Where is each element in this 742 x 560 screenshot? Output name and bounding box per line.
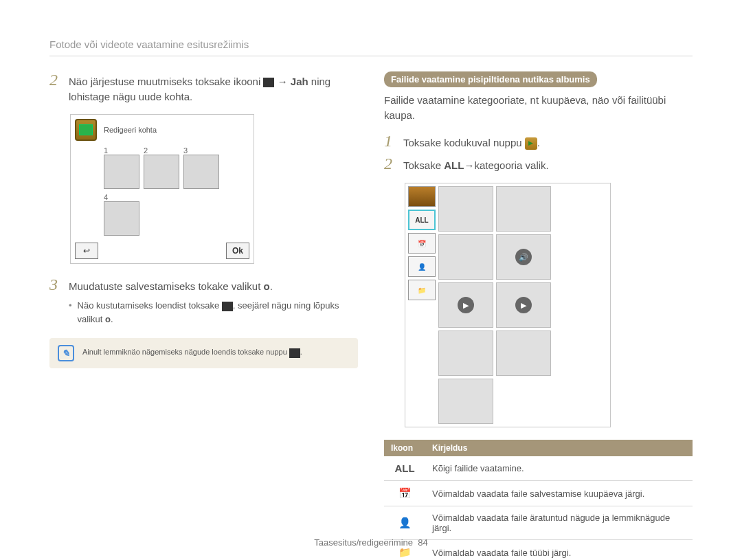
gallery-icon: [75, 119, 97, 141]
step2-pre: Näo järjestuse muutmiseks toksake ikooni: [69, 76, 263, 87]
step-text: Muudatuste salvestamiseks tokake valikut…: [69, 276, 273, 294]
face-thumb: [104, 155, 139, 189]
sound-icon: 🔊: [515, 249, 532, 265]
step2-bold: Jah: [291, 76, 308, 87]
sub-bullet: • Näo kustutamiseks loendist toksake , s…: [49, 299, 358, 326]
back-button[interactable]: ↩: [75, 243, 98, 259]
star123-icon: [263, 78, 274, 87]
thumb: [496, 331, 551, 376]
album-tab-folder[interactable]: 📁: [408, 280, 436, 300]
step-2: 2 Toksake ALL→kategooria valik.: [384, 155, 693, 173]
note-text: Ainult lemmiknäo nägemiseks nägude loend…: [82, 348, 302, 357]
step-2: 2 Näo järjestuse muutmiseks toksake ikoo…: [49, 71, 358, 104]
bullet-pre: Näo kustutamiseks loendist toksake: [78, 300, 222, 311]
arrow-icon: →: [274, 76, 290, 87]
step-text: Näo järjestuse muutmiseks toksake ikooni…: [69, 71, 358, 104]
row-icon: 📅: [384, 481, 425, 506]
row-icon: 👤: [384, 506, 425, 540]
table-head-icon: Ikoon: [384, 440, 425, 456]
thumb: [438, 331, 493, 376]
footer-section: Taasesitus/redigeerimine: [314, 537, 413, 548]
step-number: 1: [384, 133, 399, 149]
step-number: 2: [49, 71, 65, 88]
face-cell: 3: [183, 146, 219, 189]
edit-position-screenshot: Redigeeri kohta 1 2 3 4 ↩ Ok: [70, 114, 254, 264]
album-tab-book[interactable]: [408, 186, 436, 207]
play-icon: ▶: [458, 297, 474, 313]
table-head-desc: Kirjeldus: [425, 440, 693, 456]
section-heading: Failide vaatamine pisipiltidena nutikas …: [384, 71, 597, 87]
thumb: [438, 186, 493, 232]
smart-album-screenshot: ALL 📅 👤 📁 🔊 ▶ ▶: [405, 183, 611, 427]
note-content: Ainult lemmiknäo nägemiseks nägude loend…: [82, 348, 289, 356]
footer: Taasesitus/redigeerimine 84: [0, 537, 742, 548]
step-3: 3 Muudatuste salvestamiseks tokake valik…: [49, 276, 358, 294]
thumb: [496, 186, 551, 232]
table-row: ALL Kõigi failide vaatamine.: [384, 456, 693, 481]
header-title: Fotode või videote vaatamine esitusrežii…: [49, 38, 693, 50]
row-desc: Võimaldab vaadata faile salvestamise kuu…: [425, 481, 693, 506]
cell-num: 4: [104, 193, 139, 201]
row-icon: ALL: [384, 456, 425, 481]
row-desc: Võimaldab vaadata faile äratuntud nägude…: [425, 506, 693, 540]
intro-text: Failide vaatamine kategooriate, nt kuupä…: [384, 93, 693, 123]
step2-pre: Toksake: [403, 159, 444, 171]
note-icon: ✎: [58, 345, 74, 361]
step1-text: Toksake kodukuval nuppu: [403, 137, 525, 148]
face-thumb: [104, 201, 139, 236]
left-column: 2 Näo järjestuse muutmiseks toksake ikoo…: [49, 71, 358, 560]
thumb: [438, 379, 493, 424]
step-number: 3: [49, 276, 65, 293]
footer-page: 84: [418, 537, 427, 548]
face-cell: 1: [104, 146, 139, 189]
cell-num: 3: [183, 146, 219, 155]
bullet-dot: •: [69, 299, 72, 326]
thumb-video: 🔊: [496, 234, 551, 280]
step-1: 1 Toksake kodukuval nuppu .: [384, 133, 693, 150]
step-text: Toksake kodukuval nuppu .: [403, 133, 540, 150]
table-row: 📅 Võimaldab vaadata faile salvestamise k…: [384, 481, 693, 506]
ok-label: o: [263, 280, 269, 292]
divider: [49, 56, 693, 56]
face-cell: 4: [104, 193, 139, 236]
star-trash-icon: [222, 302, 233, 311]
playback-icon: [525, 137, 537, 150]
play-icon: ▶: [515, 297, 532, 313]
ok-label: o: [105, 314, 111, 324]
step2-bold: ALL: [444, 159, 464, 171]
row-desc: Kõigi failide vaatamine.: [425, 456, 693, 481]
album-tab-face[interactable]: 👤: [408, 256, 436, 277]
step3-pre: Muudatuste salvestamiseks tokake valikut: [69, 280, 263, 292]
cell-num: 2: [144, 146, 179, 155]
thumb-video: ▶: [438, 282, 493, 328]
album-tab-calendar[interactable]: 📅: [408, 233, 436, 254]
step-number: 2: [384, 155, 399, 172]
edit-screen-title: Redigeeri kohta: [104, 126, 157, 134]
album-tab-all[interactable]: ALL: [408, 210, 436, 230]
ok-button[interactable]: Ok: [226, 243, 249, 259]
thumb: [438, 234, 493, 280]
face-thumb: [183, 155, 219, 189]
step2-post: →kategooria valik.: [464, 159, 548, 171]
table-row: 👤 Võimaldab vaadata faile äratuntud nägu…: [384, 506, 693, 540]
face-thumb: [144, 155, 179, 189]
star-fav-icon: [289, 348, 300, 358]
note-box: ✎ Ainult lemmiknäo nägemiseks nägude loe…: [49, 338, 358, 368]
thumb-video: ▶: [496, 282, 551, 328]
right-column: Failide vaatamine pisipiltidena nutikas …: [384, 71, 693, 560]
step-text: Toksake ALL→kategooria valik.: [403, 155, 549, 173]
face-cell: 2: [144, 146, 179, 189]
cell-num: 1: [104, 146, 139, 155]
